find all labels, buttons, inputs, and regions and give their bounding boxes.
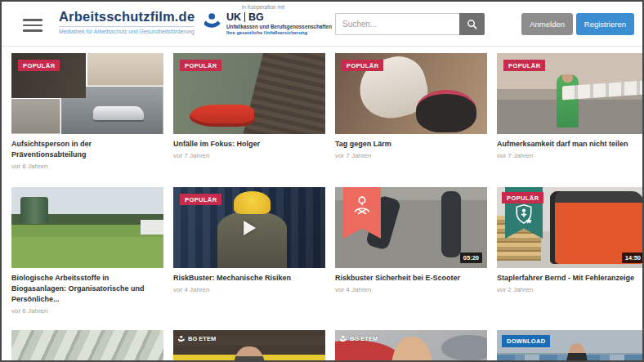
ukbg-logo-icon — [204, 12, 222, 29]
video-age: vor 6 Jahren — [11, 307, 163, 315]
video-title[interactable]: Unfälle im Fokus: Holger — [173, 139, 325, 150]
site-logo[interactable]: Arbeitsschutzfilm.de Mediathek für Arbei… — [59, 9, 195, 34]
shield-star-icon — [512, 200, 536, 228]
video-age: vor 7 Jahren — [173, 152, 325, 159]
video-thumbnail[interactable]: POPULÄR 14:50 — [497, 187, 644, 268]
video-age: vor 7 Jahren — [335, 152, 487, 159]
riskbuster-ribbon-badge — [343, 187, 381, 239]
video-card[interactable]: Biologische Arbeitsstoffe in Biogasanlag… — [11, 187, 163, 315]
bg-etem-icon — [340, 335, 347, 342]
video-age: vor 4 Jahren — [335, 286, 487, 293]
site-tagline: Mediathek für Arbeitsschutz und Gesundhe… — [59, 26, 195, 34]
video-card[interactable]: DOWNLOAD — [497, 330, 644, 362]
partner-line1: Unfallkassen und Berufsgenossenschaften — [226, 24, 332, 29]
video-card[interactable]: POPULÄR RiskBuster: Mechanische Risiken … — [173, 187, 325, 315]
divider — [244, 12, 245, 22]
scooter-rider-icon — [350, 193, 374, 221]
video-card[interactable]: BG ETEM bmuth — [173, 330, 325, 362]
partner-name: UK BG — [226, 12, 332, 22]
search-button[interactable] — [459, 13, 485, 35]
video-title[interactable]: Riskbuster Sicherheit bei E-Scooter — [335, 273, 487, 284]
video-thumbnail[interactable]: DOWNLOAD — [497, 330, 644, 362]
search-icon — [467, 19, 477, 29]
download-badge: DOWNLOAD — [502, 335, 550, 347]
video-card[interactable]: POPULÄR Tag gegen Lärm vor 7 Jahren — [335, 53, 487, 172]
video-thumbnail[interactable]: POPULÄR — [11, 53, 163, 134]
search-bar — [335, 13, 485, 35]
popular-badge: POPULÄR — [503, 60, 545, 71]
header: Arbeitsschutzfilm.de Mediathek für Arbei… — [2, 2, 642, 47]
video-thumbnail[interactable]: POPULÄR — [497, 53, 644, 134]
video-thumbnail[interactable]: POPULÄR — [173, 187, 325, 268]
video-thumbnail[interactable] — [11, 187, 163, 268]
video-title[interactable]: Staplerfahrer Bernd - Mit Fehleranzeige — [497, 273, 644, 284]
video-thumbnail[interactable]: BG ETEM — [335, 330, 487, 362]
popular-badge: POPULÄR — [502, 192, 543, 203]
video-thumbnail[interactable]: BG ETEM bmuth — [173, 330, 325, 362]
video-title[interactable]: Biologische Arbeitsstoffe in Biogasanlag… — [11, 273, 163, 305]
duration-badge: 14:50 — [622, 253, 644, 263]
video-title[interactable]: Aufmerksamkeit darf man nicht teilen — [497, 139, 644, 150]
popular-badge: POPULÄR — [180, 194, 221, 205]
bg-etem-icon — [178, 335, 186, 342]
video-card[interactable]: POPULÄR Unfälle im Fokus: Holger vor 7 J… — [173, 53, 325, 172]
video-card[interactable]: POPULÄR Aufsichtsperson in der Präventio… — [11, 53, 163, 172]
video-thumbnail[interactable]: 05:20 — [335, 187, 487, 268]
video-title[interactable]: Aufsichtsperson in der Präventionsabteil… — [11, 139, 163, 160]
video-age: vor 4 Jahren — [173, 286, 325, 293]
duration-badge: 05:20 — [460, 253, 482, 263]
video-age: vor 2 Jahren — [497, 286, 644, 293]
video-thumbnail[interactable] — [11, 330, 163, 362]
video-card[interactable]: BG ETEM — [335, 330, 487, 362]
ukbg-logo[interactable]: UK BG Unfallkassen und Berufsgenossensch… — [204, 12, 332, 35]
video-card[interactable] — [11, 330, 163, 362]
video-card[interactable]: POPULÄR 14:50 Staplerfahrer Bernd - Mit … — [497, 187, 644, 315]
register-button[interactable]: Registrieren — [576, 13, 634, 35]
play-icon[interactable] — [244, 221, 256, 235]
video-age: vor 7 Jahren — [497, 152, 644, 159]
partner-line2: Ihre gesetzliche Unfallversicherung — [226, 30, 332, 35]
menu-icon[interactable] — [23, 19, 42, 35]
bg-etem-watermark: BG ETEM — [340, 335, 378, 342]
popular-badge: POPULÄR — [342, 60, 383, 71]
search-input[interactable] — [335, 13, 459, 35]
popular-badge: POPULÄR — [180, 60, 221, 71]
login-button[interactable]: Anmelden — [521, 13, 573, 35]
video-card[interactable]: POPULÄR Aufmerksamkeit darf man nicht te… — [497, 53, 644, 172]
popular-badge: POPULÄR — [18, 60, 60, 71]
video-age: vor 8 Jahren — [11, 163, 163, 170]
video-card[interactable]: 05:20 Riskbuster Sicherheit bei E-Scoote… — [335, 187, 487, 315]
video-title[interactable]: Tag gegen Lärm — [335, 139, 487, 150]
video-title[interactable]: RiskBuster: Mechanische Risiken — [173, 273, 325, 284]
cooperation-label: in Kooperation mit — [203, 4, 324, 10]
video-thumbnail[interactable]: POPULÄR — [173, 53, 325, 134]
bg-etem-watermark: BG ETEM — [178, 335, 216, 342]
video-grid: POPULÄR Aufsichtsperson in der Präventio… — [2, 47, 642, 362]
site-title: Arbeitsschutzfilm.de — [59, 9, 195, 25]
video-thumbnail[interactable]: POPULÄR — [335, 53, 487, 134]
